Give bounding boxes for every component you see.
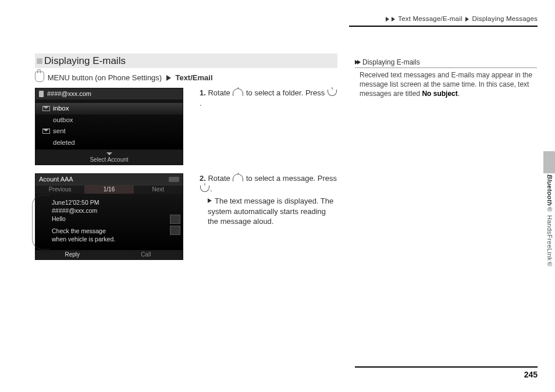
chevron-right-icon: [357, 60, 361, 65]
page-number: 245: [524, 370, 538, 379]
section-title-text: Displaying E-mails: [44, 55, 126, 66]
screenshot-message-view: Acount AAA Previous 1/16 Next June12'02:…: [35, 173, 183, 260]
side-label-bold: Bluetooth: [546, 174, 553, 206]
call-button-label: Call: [109, 250, 183, 259]
main-column: ■Displaying E-mails MENU button (on Phon…: [35, 54, 337, 260]
envelope-icon: [42, 106, 50, 111]
breadcrumb-part: Text Message/E-mail: [398, 15, 462, 22]
press-icon: [200, 186, 209, 192]
chevron-right-icon: [465, 17, 469, 22]
screenshot-header: Acount AAA: [39, 176, 73, 183]
nav-path: MENU button (on Phone Settings) Text/Ema…: [35, 72, 337, 82]
nav-text: MENU button (on Phone Settings): [48, 73, 162, 82]
step-number: 2.: [200, 174, 206, 183]
msg-line: when vehicle is parked.: [52, 235, 177, 243]
screenshot-header: ####@xxx.com: [47, 91, 91, 97]
step-text: 1. Rotate to select a folder. Press .: [183, 88, 337, 165]
msg-line: Hello: [52, 215, 177, 223]
list-item: sent: [35, 126, 183, 137]
side-buttons: [170, 213, 180, 235]
chevron-right-icon: [386, 17, 389, 22]
triangle-right-icon: [208, 198, 212, 203]
divider: [355, 67, 537, 68]
phone-icon: [39, 91, 44, 97]
bluetooth-badge-icon: [169, 177, 179, 182]
dial-arc-decor: [32, 195, 50, 250]
step-body: .: [210, 184, 212, 193]
triangle-right-icon: [166, 75, 171, 81]
list-item: outbox: [35, 115, 183, 126]
aside-text-bold: No subject: [422, 90, 457, 98]
pager-position: 1/16: [84, 185, 133, 194]
section-heading: ■Displaying E-mails: [35, 54, 337, 68]
pager-next: Next: [134, 185, 183, 194]
finger-icon: [35, 72, 44, 82]
step-body: to select a folder. Press: [244, 88, 326, 97]
divider: [349, 26, 538, 27]
rotate-dial-icon: [233, 174, 243, 181]
step-row: Acount AAA Previous 1/16 Next June12'02:…: [35, 173, 337, 260]
msg-line: Check the message: [52, 227, 177, 235]
nav-target: Text/Email: [175, 73, 212, 82]
footer-label: Select Account: [90, 156, 128, 163]
item-label: inbox: [53, 105, 69, 112]
chevron-down-icon: [106, 152, 112, 155]
step-body: to select a message. Press: [244, 174, 337, 183]
press-icon: [328, 90, 337, 96]
msg-line: #####@xxx.com: [52, 206, 177, 215]
msg-line: June12'02:50 PM: [52, 198, 177, 206]
step-number: 1.: [200, 88, 206, 97]
pager-prev: Previous: [35, 185, 84, 194]
envelope-icon: [42, 129, 50, 134]
aside-column: Displaying E-mails Received text message…: [355, 58, 537, 99]
step-row: ####@xxx.com inbox outbox sent deleted S…: [35, 88, 337, 165]
step-detail: The text message is displayed. The syste…: [208, 197, 333, 226]
mute-icon: [170, 226, 180, 235]
item-label: outbox: [53, 116, 73, 123]
step-body: .: [200, 99, 202, 108]
aside-text: .: [458, 90, 460, 98]
step-body: Rotate: [208, 174, 232, 183]
screenshot-folder-list: ####@xxx.com inbox outbox sent deleted S…: [35, 88, 183, 165]
side-label: ® HandsFreeLink®: [546, 206, 553, 268]
item-label: deleted: [53, 139, 75, 146]
voice-icon: [170, 215, 180, 224]
divider: [355, 366, 538, 368]
breadcrumb: Text Message/E-mail Displaying Messages: [385, 15, 538, 22]
item-label: sent: [53, 127, 66, 134]
step-text: 2. Rotate to select a message. Press . T…: [183, 173, 337, 260]
list-item: deleted: [35, 137, 183, 149]
breadcrumb-part: Displaying Messages: [472, 15, 538, 22]
rotate-dial-icon: [233, 88, 243, 96]
reply-button-label: Reply: [35, 250, 109, 259]
aside-title: Displaying E-mails: [355, 58, 537, 66]
side-section-label: Bluetooth® HandsFreeLink®: [546, 174, 553, 268]
chevron-right-icon: [392, 17, 395, 22]
list-item: inbox: [35, 103, 183, 115]
aside-title-text: Displaying E-mails: [362, 58, 420, 66]
thumb-tab: [543, 151, 555, 173]
step-body: Rotate: [208, 88, 232, 97]
aside-body: Received text messages and E-mails may a…: [355, 70, 537, 99]
